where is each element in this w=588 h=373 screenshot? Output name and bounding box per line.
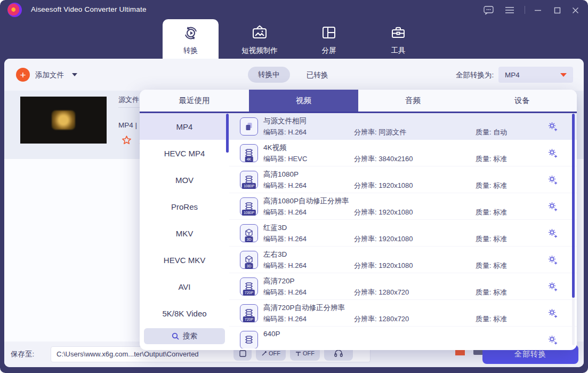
profile-row-sbs-3d[interactable]: 3D 左右3D 编码器: H.264 分辨率: 1920x1080 质量: 标准 xyxy=(229,247,577,273)
profile-row-hd720p[interactable]: 720P 高清720P 编码器: H.264 分辨率: 1280x720 质量:… xyxy=(229,273,577,300)
profile-settings-gear-icon[interactable] xyxy=(547,307,559,319)
sidebar-item-prores[interactable]: ProRes xyxy=(140,193,229,220)
cube-3d-icon: 3D xyxy=(240,251,258,269)
sidebar-item-mp4[interactable]: MP4 xyxy=(140,113,229,140)
tab-converted[interactable]: 已转换 xyxy=(307,70,328,80)
sidebar-item-mov[interactable]: MOV xyxy=(140,166,229,193)
sidebar-scrollbar[interactable] xyxy=(226,114,229,153)
effects-off-label: OFF xyxy=(269,350,280,356)
video-thumbnail[interactable] xyxy=(20,97,107,144)
feedback-icon[interactable] xyxy=(482,4,494,16)
profile-settings-gear-icon[interactable] xyxy=(547,254,559,266)
tab-video[interactable]: 视频 xyxy=(249,90,358,112)
tab-converting[interactable]: 转换中 xyxy=(248,67,290,83)
minimize-button[interactable] xyxy=(532,4,544,16)
app-window: Aiseesoft Video Converter Ultimate xyxy=(0,0,588,373)
save-to-label: 保存至: xyxy=(11,350,34,359)
convert-icon xyxy=(182,25,199,43)
tab-short-video-label: 短视频制作 xyxy=(241,46,278,55)
add-files-label[interactable]: 添加文件 xyxy=(35,70,64,80)
tab-split-screen-label: 分屏 xyxy=(322,46,336,55)
list-scrollbar-thumb[interactable] xyxy=(572,114,575,298)
tab-device[interactable]: 设备 xyxy=(468,90,577,112)
plus-icon: + xyxy=(20,70,26,80)
output-format-value: MP4 xyxy=(505,71,520,79)
profile-row-hd1080p[interactable]: 1080P 高清1080P 编码器: H.264 分辨率: 1920x1080 … xyxy=(229,166,577,193)
titlebar: Aiseesoft Video Converter Ultimate xyxy=(0,0,588,19)
sidebar-item-avi[interactable]: AVI xyxy=(140,273,229,300)
sidebar-item-hevc-mp4[interactable]: HEVC MP4 xyxy=(140,140,229,166)
profile-settings-gear-icon[interactable] xyxy=(547,121,559,132)
menu-icon[interactable] xyxy=(504,4,515,16)
film-1080p-icon: 1080P xyxy=(240,197,258,216)
profile-row-same-as-source[interactable]: 与源文件相同 编码器: H.264 分辨率: 同源文件 质量: 自动 xyxy=(229,113,577,140)
add-files-caret-icon[interactable] xyxy=(72,73,77,76)
toolbox-icon xyxy=(390,25,406,42)
popup-body: MP4 HEVC MP4 MOV ProRes MKV HEVC MKV AVI… xyxy=(140,113,577,348)
profile-settings-gear-icon[interactable] xyxy=(547,281,559,292)
same-as-source-icon xyxy=(240,117,258,136)
output-format-select[interactable]: MP4 xyxy=(498,67,573,83)
cube-3d-icon: 3D xyxy=(240,224,258,242)
tab-audio[interactable]: 音频 xyxy=(358,90,468,112)
profile-row-hd1080p-autofix[interactable]: 1080P 高清1080P自动修正分辨率 编码器: H.264 分辨率: 192… xyxy=(229,193,577,220)
tab-recent[interactable]: 最近使用 xyxy=(140,90,249,112)
app-title: Aiseesoft Video Converter Ultimate xyxy=(31,5,147,13)
format-profile-list: 与源文件相同 编码器: H.264 分辨率: 同源文件 质量: 自动 xyxy=(229,113,577,348)
profile-row-anaglyph-3d[interactable]: 3D 红蓝3D 编码器: H.264 分辨率: 1920x1080 质量: 标准 xyxy=(229,220,577,247)
profile-settings-gear-icon[interactable] xyxy=(547,201,559,212)
sidebar-item-mkv[interactable]: MKV xyxy=(140,220,229,247)
convert-all-label: 全部转换为: xyxy=(456,70,494,80)
profile-settings-gear-icon[interactable] xyxy=(547,147,559,159)
close-button[interactable] xyxy=(569,4,581,16)
tab-convert-label: 转换 xyxy=(183,46,198,55)
profile-row-hd720p-autofix[interactable]: 720P 高清720P自动修正分辨率 编码器: H.264 分辨率: 1280x… xyxy=(229,300,577,327)
toolbar: + 添加文件 转换中 已转换 全部转换为: MP4 xyxy=(4,59,584,91)
film-720p-icon: 720P xyxy=(240,277,258,296)
effect-star-icon[interactable] xyxy=(121,135,132,148)
search-label: 搜索 xyxy=(183,331,197,341)
sidebar-item-hevc-mkv[interactable]: HEVC MKV xyxy=(140,247,229,273)
search-button[interactable]: 搜索 xyxy=(144,328,225,344)
popup-tab-bar: 最近使用 视频 音频 设备 xyxy=(140,90,577,113)
profile-settings-gear-icon[interactable] xyxy=(547,334,559,346)
profile-settings-gear-icon[interactable] xyxy=(547,174,559,186)
file-format-info: MP4 | xyxy=(118,121,137,129)
tab-convert[interactable]: 转换 xyxy=(163,19,219,59)
tab-short-video[interactable]: 短视频制作 xyxy=(228,25,292,55)
titlebar-divider xyxy=(525,6,525,14)
format-caret-icon xyxy=(560,73,567,77)
film-4k-icon: 4K xyxy=(240,144,258,162)
tab-toolbox[interactable]: 工具 xyxy=(380,25,417,55)
source-file-column-header: 源文件 xyxy=(118,95,139,105)
short-video-icon xyxy=(252,25,268,42)
sidebar-item-5k8k[interactable]: 5K/8K Video xyxy=(140,300,229,327)
film-720p-icon: 720P xyxy=(240,304,258,322)
split-screen-icon xyxy=(321,25,337,42)
film-640p-icon xyxy=(240,331,258,348)
trim-off-label: OFF xyxy=(303,350,315,356)
profile-row-4k[interactable]: 4K 4K视频 编码器: HEVC 分辨率: 3840x2160 质量: 标准 xyxy=(229,140,577,166)
film-1080p-icon: 1080P xyxy=(240,171,258,189)
format-chooser-popup: 最近使用 视频 音频 设备 MP4 HEVC MP4 MOV ProRes MK… xyxy=(140,90,577,350)
thumbnail-content xyxy=(52,110,75,130)
maximize-button[interactable] xyxy=(551,4,563,16)
search-icon xyxy=(172,332,179,340)
app-logo-icon xyxy=(7,3,22,17)
tab-toolbox-label: 工具 xyxy=(391,46,406,55)
profile-row-640p[interactable]: 640P xyxy=(229,327,577,348)
profile-settings-gear-icon[interactable] xyxy=(547,227,559,239)
tab-split-screen[interactable]: 分屏 xyxy=(310,25,348,55)
format-category-sidebar: MP4 HEVC MP4 MOV ProRes MKV HEVC MKV AVI… xyxy=(140,113,229,348)
add-files-button[interactable]: + xyxy=(16,68,30,82)
